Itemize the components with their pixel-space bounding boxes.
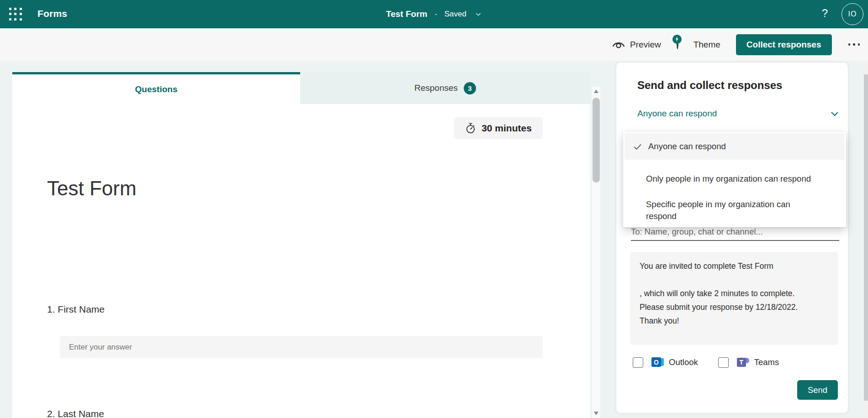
outlook-option: O Outlook xyxy=(633,357,698,368)
top-app-bar: Forms Test Form - Saved ? IO xyxy=(0,0,868,28)
menu-option-specific-people[interactable]: Specific people in my organization can r… xyxy=(646,199,804,222)
recipients-field xyxy=(631,227,839,241)
more-options-icon[interactable] xyxy=(847,40,861,49)
tab-responses-label: Responses xyxy=(414,83,458,93)
help-button[interactable]: ? xyxy=(822,7,828,20)
app-name: Forms xyxy=(37,8,67,19)
theme-new-badge-icon xyxy=(672,35,682,44)
menu-option-label: Only people in my organization can respo… xyxy=(646,174,811,183)
question-1-label[interactable]: 1. First Name xyxy=(47,304,105,315)
form-toolbar: Preview Theme Collect responses xyxy=(0,28,868,61)
collect-responses-button[interactable]: Collect responses xyxy=(736,34,832,55)
outlook-checkbox[interactable] xyxy=(633,357,643,368)
app-launcher-icon[interactable] xyxy=(9,8,22,21)
preview-label: Preview xyxy=(630,40,661,50)
permission-dropdown[interactable]: Anyone can respond xyxy=(637,108,840,119)
teams-checkbox[interactable] xyxy=(718,357,729,368)
form-title[interactable]: Test Form xyxy=(47,177,137,200)
outlook-icon: O xyxy=(651,357,664,368)
time-limit-chip: 30 minutes xyxy=(454,117,543,139)
chevron-down-icon[interactable] xyxy=(475,10,482,18)
content-scrollbar[interactable] xyxy=(592,87,600,418)
send-button[interactable]: Send xyxy=(797,380,838,400)
form-editor-canvas: 30 minutes Test Form 1. First Name 2. La… xyxy=(12,104,590,418)
outlook-label: Outlook xyxy=(669,357,698,367)
permission-selected-value: Anyone can respond xyxy=(637,109,717,119)
recipients-input[interactable] xyxy=(631,227,839,237)
checkmark-icon xyxy=(633,142,642,152)
time-limit-label: 30 minutes xyxy=(482,123,532,134)
forms-app-window: Forms Test Form - Saved ? IO Preview The… xyxy=(0,0,868,418)
teams-icon: T xyxy=(737,357,749,368)
theme-palette-icon xyxy=(677,39,688,51)
teams-label: Teams xyxy=(754,357,779,367)
menu-option-anyone[interactable]: Anyone can respond xyxy=(625,133,845,160)
tab-questions-label: Questions xyxy=(135,84,178,94)
document-title-group[interactable]: Test Form - Saved xyxy=(386,0,482,28)
scroll-up-arrow-icon[interactable] xyxy=(594,89,598,93)
menu-option-label: Anyone can respond xyxy=(648,141,726,152)
tab-questions[interactable]: Questions xyxy=(12,72,300,104)
chevron-down-icon xyxy=(829,108,840,119)
theme-button[interactable]: Theme xyxy=(677,39,720,51)
send-collect-panel: Send and collect responses Anyone can re… xyxy=(616,62,848,413)
theme-label: Theme xyxy=(693,40,720,50)
stopwatch-icon xyxy=(465,122,476,134)
invite-message-box[interactable]: You are invited to complete Test Form , … xyxy=(630,252,838,345)
preview-button[interactable]: Preview xyxy=(612,40,661,50)
page-scrollbar[interactable] xyxy=(864,61,868,418)
permission-dropdown-menu: Anyone can respond Only people in my org… xyxy=(623,132,846,227)
document-title: Test Form xyxy=(386,9,427,19)
save-status: Saved xyxy=(445,10,466,19)
send-via-options: O Outlook T Teams xyxy=(633,357,779,368)
scroll-down-arrow-icon[interactable] xyxy=(594,412,598,415)
panel-title: Send and collect responses xyxy=(637,79,782,92)
account-avatar[interactable]: IO xyxy=(842,3,863,25)
eye-icon xyxy=(612,40,625,50)
page-scrollbar-thumb[interactable] xyxy=(864,74,868,401)
teams-option: T Teams xyxy=(718,357,779,368)
title-separator: - xyxy=(434,10,437,18)
menu-option-label: Specific people in my organization can r… xyxy=(646,199,790,221)
tab-responses[interactable]: Responses 3 xyxy=(300,72,590,104)
responses-count-badge: 3 xyxy=(464,82,476,94)
question-2-label[interactable]: 2. Last Name xyxy=(47,408,104,418)
lightning-bolt-icon xyxy=(675,37,679,42)
menu-option-org-only[interactable]: Only people in my organization can respo… xyxy=(646,174,811,184)
question-1-answer-input[interactable] xyxy=(60,336,543,358)
content-scrollbar-thumb[interactable] xyxy=(593,98,600,183)
